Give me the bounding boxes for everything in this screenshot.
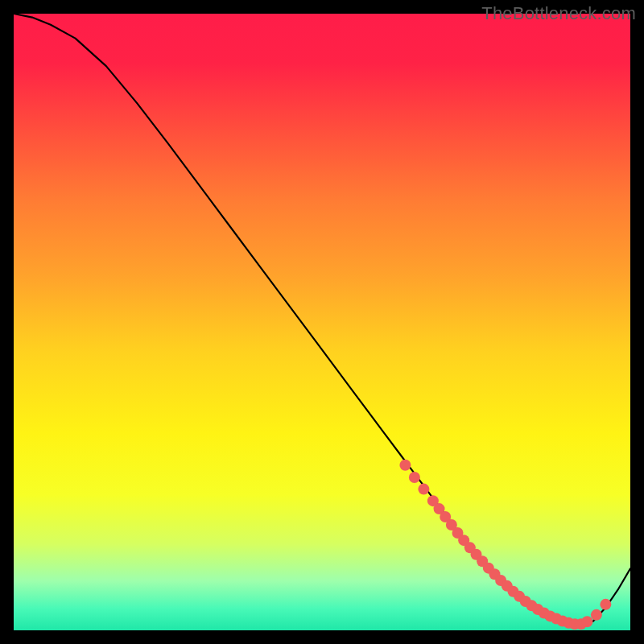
scatter-dot [591,609,602,621]
scatter-dot [600,599,611,610]
scatter-dot [399,460,411,471]
chart-frame: TheBottleneck.com [0,0,644,644]
watermark-text: TheBottleneck.com [481,3,636,24]
bottleneck-chart [14,14,630,630]
gradient-rect [14,14,630,630]
scatter-dot [418,484,429,495]
scatter-dot [409,472,420,483]
scatter-dot [581,616,592,627]
